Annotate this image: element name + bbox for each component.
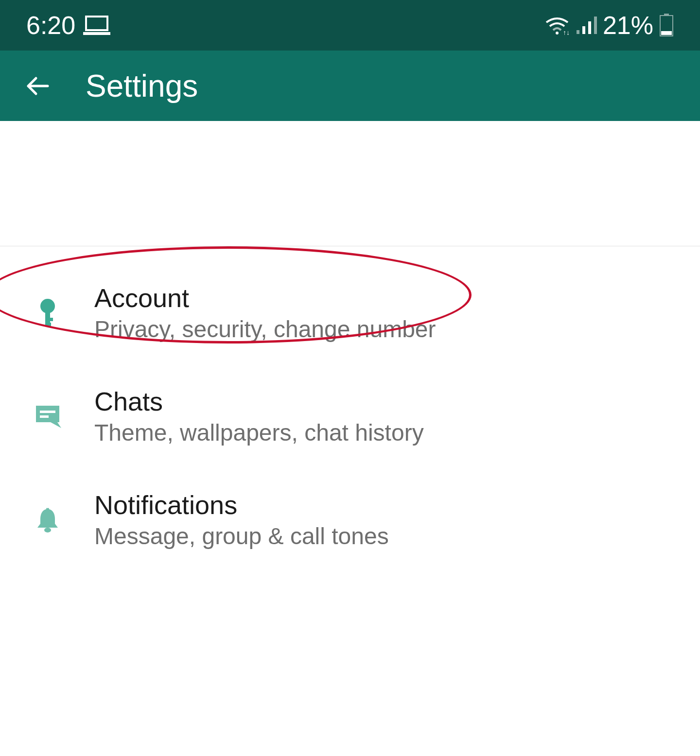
svg-rect-16 (40, 415, 49, 418)
page-title: Settings (86, 68, 198, 104)
setting-subtitle: Theme, wallpapers, chat history (94, 419, 424, 446)
laptop-icon (83, 15, 110, 36)
svg-rect-6 (588, 21, 591, 34)
setting-item-chats[interactable]: Chats Theme, wallpapers, chat history (0, 364, 700, 468)
status-bar: 6:20 ↑↓ 21% (0, 0, 700, 51)
svg-rect-13 (45, 318, 53, 321)
setting-title: Notifications (94, 490, 389, 520)
setting-title: Chats (94, 386, 424, 416)
svg-rect-4 (577, 30, 579, 34)
status-right: ↑↓ 21% (544, 11, 674, 40)
setting-text: Chats Theme, wallpapers, chat history (94, 386, 424, 446)
setting-subtitle: Message, group & call tones (94, 523, 389, 550)
settings-list: Account Privacy, security, change number… (0, 246, 700, 586)
signal-icon (576, 16, 597, 35)
setting-text: Account Privacy, security, change number (94, 283, 436, 343)
status-time: 6:20 (26, 11, 75, 40)
svg-rect-7 (594, 17, 597, 34)
wifi-icon: ↑↓ (544, 16, 570, 35)
setting-subtitle: Privacy, security, change number (94, 316, 436, 343)
svg-point-2 (556, 32, 559, 34)
status-left: 6:20 (26, 11, 110, 40)
svg-rect-1 (83, 32, 110, 35)
svg-rect-15 (40, 411, 55, 413)
setting-title: Account (94, 283, 436, 313)
key-icon (34, 299, 61, 326)
setting-text: Notifications Message, group & call tone… (94, 490, 389, 550)
svg-rect-10 (661, 31, 672, 35)
back-button[interactable] (24, 72, 52, 100)
setting-item-notifications[interactable]: Notifications Message, group & call tone… (0, 468, 700, 571)
app-bar: Settings (0, 51, 700, 121)
svg-rect-0 (86, 17, 107, 30)
battery-icon (659, 14, 674, 37)
svg-point-17 (44, 528, 51, 533)
svg-rect-14 (45, 323, 51, 326)
bell-icon (34, 506, 61, 533)
svg-text:↑↓: ↑↓ (563, 29, 570, 35)
setting-item-account[interactable]: Account Privacy, security, change number (0, 261, 700, 364)
battery-percent: 21% (603, 11, 653, 40)
svg-rect-5 (582, 26, 585, 34)
profile-section[interactable] (0, 121, 700, 246)
chat-icon (34, 403, 61, 430)
